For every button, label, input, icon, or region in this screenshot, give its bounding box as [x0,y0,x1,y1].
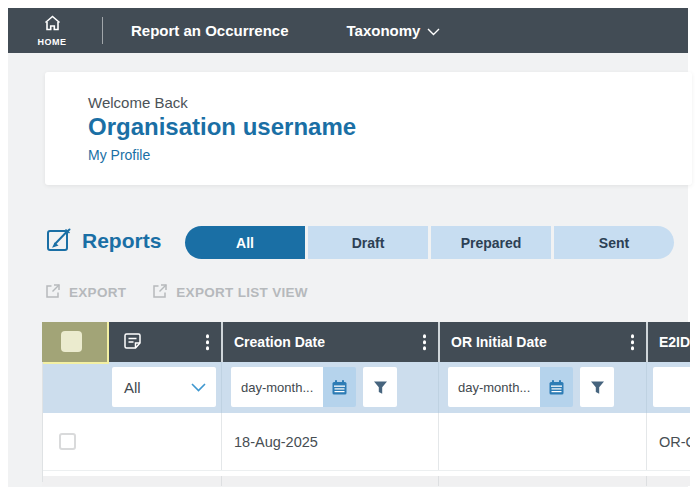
e2id-column-label: E2ID [648,334,690,350]
taxonomy-label: Taxonomy [347,22,421,39]
my-profile-link[interactable]: My Profile [88,147,692,163]
select-all-checkbox[interactable] [61,331,82,352]
reports-grid: Creation Date OR Initial Date E2ID All [42,322,690,486]
select-filter-cell [42,362,108,413]
tab-prepared[interactable]: Prepared [431,226,551,259]
chevron-down-icon [427,22,440,39]
creation-date-filter-button[interactable] [363,367,397,407]
home-button[interactable]: HOME [8,14,96,47]
report-an-occurrence-link[interactable]: Report an Occurrence [131,22,289,39]
creation-date-header-cell[interactable]: Creation Date [221,322,438,362]
notes-filter-cell: All [108,362,221,413]
home-label: HOME [38,37,67,47]
welcome-card: Welcome Back Organisation username My Pr… [45,72,692,185]
tab-all[interactable]: All [185,226,305,259]
export-list-view-label: EXPORT LIST VIEW [176,285,308,300]
calendar-icon [548,379,565,396]
or-initial-date-filter-cell: day-month... [438,362,646,413]
e2id-filter-cell [646,362,690,413]
creation-date-filter-cell: day-month... [221,362,438,413]
row-select-cell [42,413,108,470]
export-label: EXPORT [69,285,126,300]
select-all-highlight [42,322,109,364]
creation-date-filter: day-month... [231,367,397,407]
creation-date-calendar-button[interactable] [323,367,356,407]
e2id-header-cell[interactable]: E2ID [646,322,690,362]
row-notes-cell [108,413,221,470]
filter-funnel-icon [590,380,605,395]
or-initial-date-filter: day-month... [448,367,614,407]
note-icon [108,332,142,353]
table-row-partial[interactable] [42,476,690,486]
or-initial-date-header-cell[interactable]: OR Initial Date [438,322,646,362]
export-list-view-icon [152,283,168,302]
notes-filter-select[interactable]: All [112,367,216,407]
or-initial-date-filter-button[interactable] [580,367,614,407]
reports-title: Reports [82,229,161,253]
row-e2id-cell: OR-O [646,413,690,470]
export-icon [45,283,61,302]
app-window: HOME Report an Occurrence Taxonomy Welco… [0,0,696,493]
export-toolbar: EXPORT EXPORT LIST VIEW [45,283,308,302]
e2id-value: OR-O [647,434,690,450]
export-button[interactable]: EXPORT [45,283,126,302]
grid-left-border [42,362,43,482]
or-initial-date-column-menu-icon[interactable] [628,331,638,353]
select-chevron-down-icon [191,383,206,392]
calendar-icon [331,379,348,396]
row-checkbox[interactable] [59,433,76,450]
creation-date-filter-input[interactable]: day-month... [231,367,323,407]
top-navigation-bar: HOME Report an Occurrence Taxonomy [8,8,688,53]
or-initial-date-filter-input[interactable]: day-month... [448,367,540,407]
notes-column-menu-icon[interactable] [203,331,213,353]
grid-header-row: Creation Date OR Initial Date E2ID [42,322,690,362]
welcome-greeting: Welcome Back [88,94,692,111]
reports-tab-strip: All Draft Prepared Sent [185,226,674,259]
or-initial-date-calendar-button[interactable] [540,367,573,407]
reports-edit-icon [45,226,73,258]
topbar-divider [102,17,103,44]
creation-date-column-menu-icon[interactable] [420,331,430,353]
creation-date-column-label: Creation Date [223,334,325,350]
taxonomy-menu[interactable]: Taxonomy [347,22,441,39]
e2id-filter-input[interactable] [653,367,690,407]
tab-sent[interactable]: Sent [554,226,674,259]
notes-filter-value: All [112,379,191,396]
row-creation-date-cell: 18-Aug-2025 [221,413,438,470]
row-or-initial-date-cell [438,413,646,470]
grid-filter-row: All day-month... [42,362,690,413]
tab-draft[interactable]: Draft [308,226,428,259]
notes-header-cell [108,322,221,362]
select-all-header-cell [42,322,108,362]
home-icon [42,14,63,36]
creation-date-value: 18-Aug-2025 [222,434,318,450]
export-list-view-button[interactable]: EXPORT LIST VIEW [152,283,308,302]
or-initial-date-column-label: OR Initial Date [440,334,547,350]
username-heading: Organisation username [88,113,692,141]
table-row[interactable]: 18-Aug-2025 OR-O [42,413,690,471]
filter-funnel-icon [373,380,388,395]
